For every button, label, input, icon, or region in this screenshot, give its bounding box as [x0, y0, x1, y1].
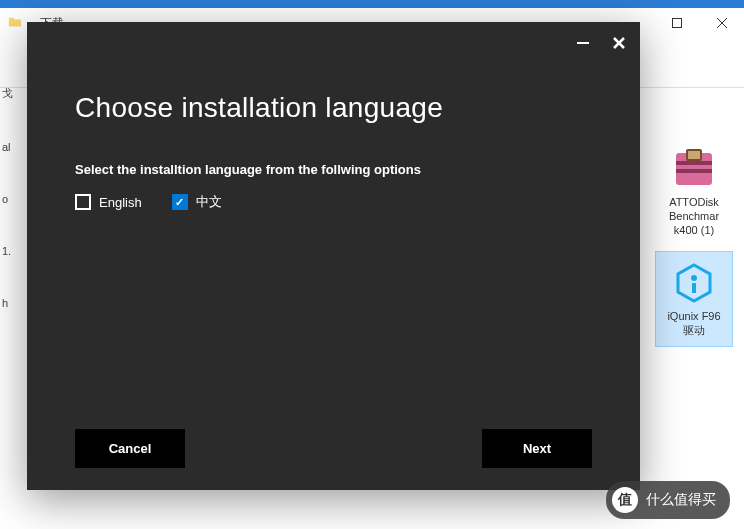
file-label: ATTODisk Benchmar k400 (1) [669, 196, 719, 237]
installer-heading: Choose installation language [75, 92, 592, 124]
edge-text: al [0, 141, 14, 153]
installer-body: Choose installation language Select the … [27, 22, 640, 231]
installer-window-controls [570, 30, 632, 56]
installer-close-button[interactable] [606, 30, 632, 56]
checkbox-label: 中文 [196, 193, 222, 211]
explorer-left-fragments: 戈 al o 1. h [0, 86, 14, 349]
installer-minimize-button[interactable] [570, 30, 596, 56]
winrar-icon [671, 146, 717, 192]
folder-icon [8, 15, 22, 32]
language-option-english[interactable]: English [75, 193, 142, 211]
file-item-atto[interactable]: ATTODisk Benchmar k400 (1) [655, 138, 733, 245]
svg-rect-0 [672, 19, 681, 28]
file-label: iQunix F96 驱动 [667, 310, 720, 338]
checkbox-label: English [99, 195, 142, 210]
checkbox-chinese[interactable] [172, 194, 188, 210]
explorer-close-button[interactable] [699, 8, 744, 38]
edge-text: 戈 [0, 86, 14, 101]
installer-footer: Cancel Next [75, 429, 592, 468]
installer-dialog: Choose installation language Select the … [27, 22, 640, 490]
cancel-button[interactable]: Cancel [75, 429, 185, 468]
svg-point-7 [691, 275, 697, 281]
right-visible-files: ATTODisk Benchmar k400 (1) iQunix F96 驱动 [652, 138, 736, 347]
next-button[interactable]: Next [482, 429, 592, 468]
smzdm-watermark: 值 什么值得买 [606, 481, 730, 519]
file-item-iqunix[interactable]: iQunix F96 驱动 [655, 251, 733, 347]
svg-rect-2 [676, 161, 712, 165]
watermark-logo: 值 [612, 487, 638, 513]
language-option-chinese[interactable]: 中文 [172, 193, 222, 211]
checkbox-english[interactable] [75, 194, 91, 210]
edge-text: o [0, 193, 14, 205]
taskbar-edge [0, 0, 744, 8]
language-options: English 中文 [75, 193, 592, 211]
svg-rect-9 [577, 42, 589, 44]
svg-rect-8 [692, 283, 696, 293]
iqunix-icon [671, 260, 717, 306]
svg-rect-3 [676, 169, 712, 173]
watermark-text: 什么值得买 [646, 491, 716, 509]
svg-rect-5 [688, 151, 700, 159]
installer-instruction: Select the installtion language from the… [75, 162, 592, 177]
edge-text: 1. [0, 245, 14, 257]
edge-text: h [0, 297, 14, 309]
explorer-maximize-button[interactable] [654, 8, 699, 38]
